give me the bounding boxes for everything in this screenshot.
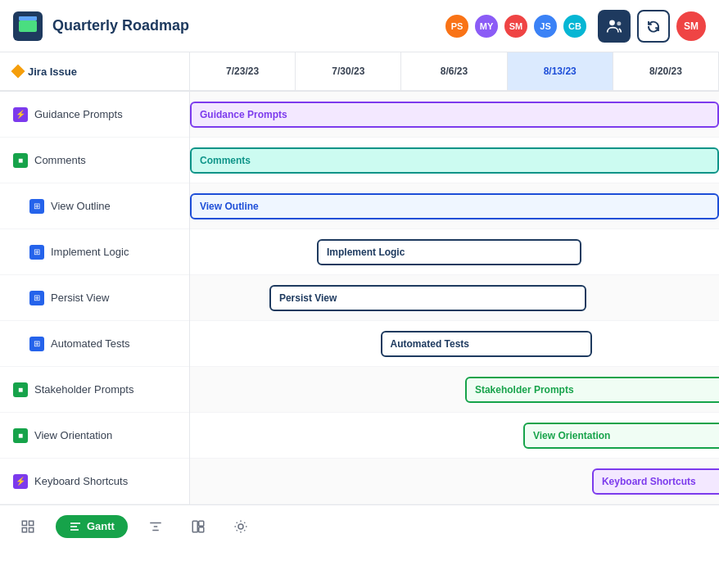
user-avatar[interactable]: SM [676,11,706,41]
list-item[interactable]: ■ Stakeholder Prompts [0,367,189,413]
bar-implement-logic[interactable]: Implement Logic [317,239,581,265]
svg-rect-5 [29,527,34,531]
gantt-button[interactable]: Gantt [56,515,128,538]
gantt-row: Guidance Prompts [190,92,719,138]
settings-button[interactable] [226,512,255,541]
date-col-5: 8/20/23 [613,52,719,90]
svg-rect-4 [22,527,26,531]
gantt-row: Implement Logic [190,229,719,275]
gantt-row: View Orientation [190,413,719,459]
svg-rect-2 [22,521,26,525]
header: Quarterly Roadmap PS MY SM JS CB SM [0,0,719,52]
avatar-group: PS MY SM JS CB [444,13,588,39]
column-headers: Jira Issue 7/23/23 7/30/23 8/6/23 8/13/2… [0,52,719,92]
refresh-button[interactable] [637,10,670,43]
grid-view-button[interactable] [13,512,43,541]
list-item[interactable]: ⚡ Guidance Prompts [0,92,189,138]
list-item[interactable]: ⊞ Implement Logic [0,229,189,275]
date-col-4: 8/13/23 [508,52,613,90]
bar-guidance-prompts[interactable]: Guidance Prompts [190,102,719,128]
list-item[interactable]: ⊞ Automated Tests [0,321,189,367]
gantt-chart: Guidance Prompts Comments View Outline I… [190,92,719,504]
bar-keyboard-shortcuts[interactable]: Keyboard Shortcuts [592,468,719,495]
row-icon-green: ■ [13,428,28,443]
bar-view-orientation[interactable]: View Orientation [523,423,719,449]
filter-button[interactable] [141,512,170,541]
list-item[interactable]: ⊞ Persist View [0,275,189,321]
svg-rect-3 [29,521,34,525]
bar-automated-tests[interactable]: Automated Tests [381,331,592,357]
row-icon-green: ■ [13,382,28,397]
date-col-2: 7/30/23 [296,52,401,90]
team-button[interactable] [598,10,631,43]
row-icon-blue: ⊞ [29,199,44,214]
svg-rect-14 [199,527,204,531]
gantt-row: Keyboard Shortcuts [190,459,719,504]
row-icon-green: ■ [13,153,28,168]
layout-button[interactable] [183,512,213,541]
row-icon-blue: ⊞ [29,337,44,351]
gantt-row: Stakeholder Prompts [190,367,719,413]
row-icon-blue: ⊞ [29,245,44,260]
app-title: Quarterly Roadmap [52,17,444,34]
svg-rect-13 [199,521,204,526]
bottom-toolbar: Gantt [0,504,719,547]
diamond-icon [11,65,25,79]
svg-point-0 [609,20,615,25]
bar-view-outline[interactable]: View Outline [190,193,719,219]
row-icon-purple: ⚡ [13,474,28,489]
gantt-row: Automated Tests [190,321,719,367]
avatar[interactable]: PS [444,13,470,39]
sidebar-rows: ⚡ Guidance Prompts ■ Comments ⊞ View Out… [0,92,190,504]
bar-comments[interactable]: Comments [190,147,719,174]
gantt-body: ⚡ Guidance Prompts ■ Comments ⊞ View Out… [0,92,719,504]
row-icon-blue: ⊞ [29,291,44,305]
svg-point-15 [238,524,243,529]
date-col-1: 7/23/23 [190,52,296,90]
avatar[interactable]: JS [532,13,558,39]
gantt-row: Comments [190,138,719,183]
svg-point-1 [617,21,621,25]
sidebar-column-header: Jira Issue [0,52,190,90]
list-item[interactable]: ■ View Orientation [0,413,189,459]
svg-rect-12 [192,521,197,532]
list-item[interactable]: ⚡ Keyboard Shortcuts [0,459,189,504]
date-headers: 7/23/23 7/30/23 8/6/23 8/13/23 8/20/23 [190,52,719,90]
gantt-row: Persist View [190,275,719,321]
row-icon-purple: ⚡ [13,107,28,122]
bar-stakeholder-prompts[interactable]: Stakeholder Prompts [465,377,719,403]
date-col-3: 8/6/23 [401,52,507,90]
list-item[interactable]: ■ Comments [0,138,189,183]
app-logo [13,11,43,41]
bar-persist-view[interactable]: Persist View [269,285,587,311]
avatar[interactable]: SM [503,13,529,39]
list-item[interactable]: ⊞ View Outline [0,183,189,229]
avatar[interactable]: CB [562,13,588,39]
avatar[interactable]: MY [473,13,500,39]
gantt-row: View Outline [190,183,719,229]
